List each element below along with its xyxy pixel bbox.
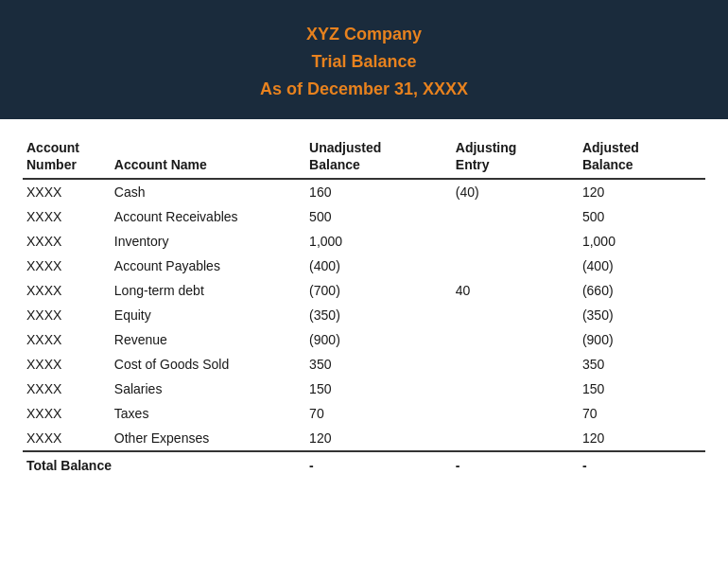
- cell-adjusting: [452, 352, 579, 377]
- cell-unadjusted: (700): [305, 278, 452, 303]
- cell-adjusting: [452, 401, 579, 426]
- cell-adjusted: 350: [579, 352, 705, 377]
- col-header-account-name-2: Account Name: [111, 155, 305, 179]
- col-header-account-number-1: Account: [23, 136, 111, 155]
- cell-adjusted: (900): [579, 327, 705, 352]
- cell-adjusting: [452, 303, 579, 327]
- total-adjusted: -: [579, 451, 705, 479]
- table-row: XXXXAccount Receivables500500: [23, 204, 705, 229]
- cell-adjusted: (400): [579, 254, 705, 278]
- report-title: Trial Balance: [19, 48, 709, 76]
- cell-adjusted: 150: [579, 377, 705, 401]
- cell-adjusting: [452, 204, 579, 229]
- report-date: As of December 31, XXXX: [19, 76, 709, 103]
- table-body: XXXXCash160(40)120XXXXAccount Receivable…: [23, 179, 705, 479]
- cell-unadjusted: 1,000: [305, 229, 452, 254]
- cell-unadjusted: (900): [305, 327, 452, 352]
- table-row: XXXXCash160(40)120: [23, 179, 705, 204]
- col-header-unadjusted-1: Unadjusted: [305, 136, 452, 155]
- cell-adjusted: 1,000: [579, 229, 705, 254]
- cell-adjusting: [452, 426, 579, 451]
- table-row: XXXXSalaries150150: [23, 377, 705, 401]
- cell-unadjusted: 150: [305, 377, 452, 401]
- trial-balance-table: Account Unadjusted Adjusting Adjusted Nu…: [23, 136, 705, 479]
- report-header: XYZ Company Trial Balance As of December…: [0, 0, 728, 119]
- cell-adjusting: 40: [452, 278, 579, 303]
- cell-adjusting: [452, 377, 579, 401]
- table-section: Account Unadjusted Adjusting Adjusted Nu…: [0, 119, 728, 488]
- cell-unadjusted: (400): [305, 254, 452, 278]
- col-header-unadjusted-2: Balance: [305, 155, 452, 179]
- cell-adjusted: (350): [579, 303, 705, 327]
- cell-account-name: Salaries: [111, 377, 305, 401]
- table-row: XXXXLong-term debt(700)40(660): [23, 278, 705, 303]
- cell-account-name: Other Expenses: [111, 426, 305, 451]
- cell-unadjusted: 500: [305, 204, 452, 229]
- table-row: XXXXAccount Payables(400)(400): [23, 254, 705, 278]
- table-row: XXXXTaxes7070: [23, 401, 705, 426]
- cell-unadjusted: 160: [305, 179, 452, 204]
- total-label: Total Balance: [23, 451, 305, 479]
- main-container: XYZ Company Trial Balance As of December…: [0, 0, 728, 488]
- cell-account-number: XXXX: [23, 278, 111, 303]
- cell-adjusted: 500: [579, 204, 705, 229]
- table-row: XXXXInventory1,0001,000: [23, 229, 705, 254]
- cell-account-number: XXXX: [23, 327, 111, 352]
- col-header-adjusting-2: Entry: [452, 155, 579, 179]
- cell-adjusted: 70: [579, 401, 705, 426]
- col-header-account-name: [111, 136, 305, 155]
- col-header-adjusted-2: Balance: [579, 155, 705, 179]
- table-row: XXXXRevenue(900)(900): [23, 327, 705, 352]
- cell-account-number: XXXX: [23, 377, 111, 401]
- cell-account-name: Cash: [111, 179, 305, 204]
- col-header-adjusting-1: Adjusting: [452, 136, 579, 155]
- cell-account-number: XXXX: [23, 303, 111, 327]
- cell-unadjusted: 70: [305, 401, 452, 426]
- cell-account-number: XXXX: [23, 254, 111, 278]
- cell-adjusted: 120: [579, 426, 705, 451]
- cell-account-number: XXXX: [23, 352, 111, 377]
- cell-adjusting: [452, 327, 579, 352]
- cell-account-name: Account Receivables: [111, 204, 305, 229]
- cell-adjusting: (40): [452, 179, 579, 204]
- cell-account-name: Inventory: [111, 229, 305, 254]
- cell-account-name: Cost of Goods Sold: [111, 352, 305, 377]
- cell-account-name: Taxes: [111, 401, 305, 426]
- table-header-row-2: Number Account Name Balance Entry Balanc…: [23, 155, 705, 179]
- total-adjusting: -: [452, 451, 579, 479]
- col-header-account-number-2: Number: [23, 155, 111, 179]
- total-balance-row: Total Balance - - -: [23, 451, 705, 479]
- company-name: XYZ Company: [19, 21, 709, 48]
- cell-account-number: XXXX: [23, 426, 111, 451]
- cell-account-number: XXXX: [23, 204, 111, 229]
- cell-adjusting: [452, 229, 579, 254]
- cell-account-name: Long-term debt: [111, 278, 305, 303]
- cell-unadjusted: 350: [305, 352, 452, 377]
- col-header-adjusted-1: Adjusted: [579, 136, 705, 155]
- cell-unadjusted: (350): [305, 303, 452, 327]
- cell-adjusted: 120: [579, 179, 705, 204]
- cell-adjusting: [452, 254, 579, 278]
- cell-adjusted: (660): [579, 278, 705, 303]
- cell-account-name: Equity: [111, 303, 305, 327]
- cell-account-number: XXXX: [23, 229, 111, 254]
- cell-account-number: XXXX: [23, 179, 111, 204]
- table-header-row-1: Account Unadjusted Adjusting Adjusted: [23, 136, 705, 155]
- cell-account-number: XXXX: [23, 401, 111, 426]
- cell-account-name: Revenue: [111, 327, 305, 352]
- cell-unadjusted: 120: [305, 426, 452, 451]
- table-row: XXXXOther Expenses120120: [23, 426, 705, 451]
- total-unadjusted: -: [305, 451, 452, 479]
- table-row: XXXXEquity(350)(350): [23, 303, 705, 327]
- cell-account-name: Account Payables: [111, 254, 305, 278]
- table-row: XXXXCost of Goods Sold350350: [23, 352, 705, 377]
